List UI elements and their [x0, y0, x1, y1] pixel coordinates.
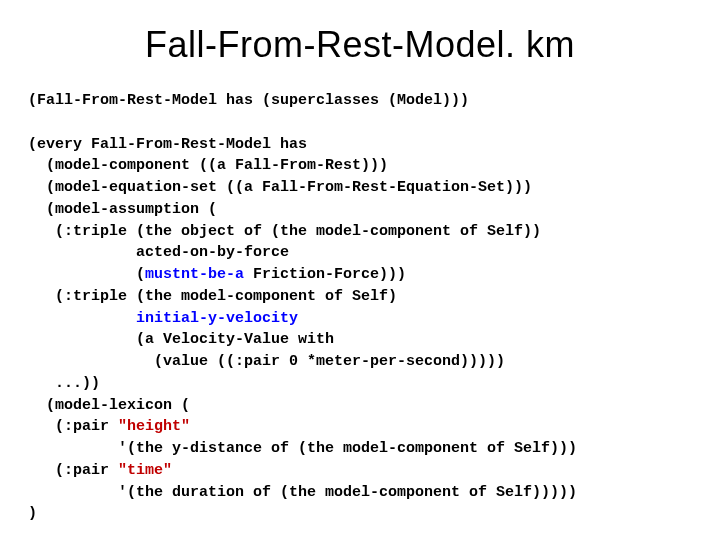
string-height: "height": [118, 418, 190, 435]
code-line: (model-component ((a Fall-From-Rest))): [28, 157, 388, 174]
code-block: (Fall-From-Rest-Model has (superclasses …: [28, 90, 692, 525]
code-line: '(the y-distance of (the model-component…: [28, 440, 577, 457]
code-line: (:pair: [28, 418, 118, 435]
code-line: (model-equation-set ((a Fall-From-Rest-E…: [28, 179, 532, 196]
code-line: (value ((:pair 0 *meter-per-second))))): [28, 353, 505, 370]
code-line: (every Fall-From-Rest-Model has: [28, 136, 307, 153]
code-line: (:triple (the object of (the model-compo…: [28, 223, 541, 240]
code-line: [28, 310, 136, 327]
code-line: acted-on-by-force: [28, 244, 289, 261]
code-line: (:triple (the model-component of Self): [28, 288, 397, 305]
code-line: ): [28, 505, 37, 522]
keyword-initial-y-velocity: initial-y-velocity: [136, 310, 298, 327]
code-line: (a Velocity-Value with: [28, 331, 334, 348]
code-line: ...)): [28, 375, 100, 392]
slide: Fall-From-Rest-Model. km (Fall-From-Rest…: [0, 0, 720, 540]
string-time: "time": [118, 462, 172, 479]
code-line: (: [28, 266, 145, 283]
keyword-mustnt-be-a: mustnt-be-a: [145, 266, 244, 283]
code-line: Friction-Force))): [244, 266, 406, 283]
code-line: (:pair: [28, 462, 118, 479]
slide-title: Fall-From-Rest-Model. km: [28, 24, 692, 66]
code-line: (model-lexicon (: [28, 397, 190, 414]
code-line: '(the duration of (the model-component o…: [28, 484, 577, 501]
code-line: (model-assumption (: [28, 201, 217, 218]
code-line: (Fall-From-Rest-Model has (superclasses …: [28, 92, 469, 109]
